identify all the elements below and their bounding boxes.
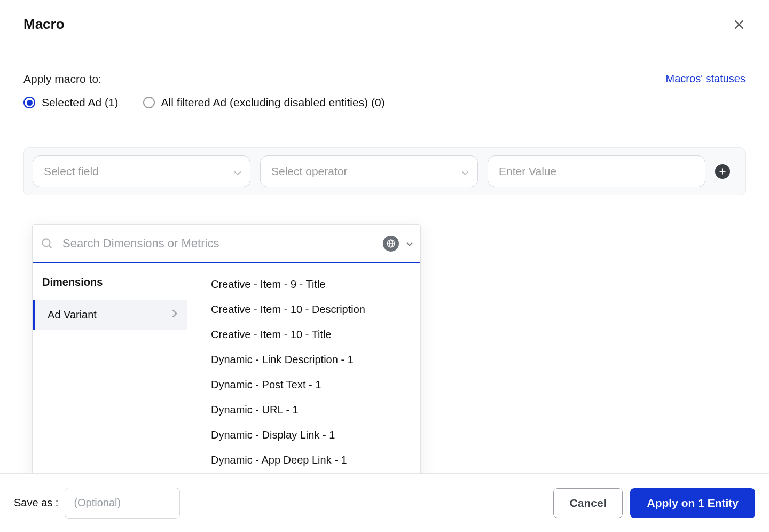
radio-row: Selected Ad (1) All filtered Ad (excludi… (23, 96, 385, 109)
footer-actions: Cancel Apply on 1 Entity (553, 488, 755, 518)
radio-selected-label: Selected Ad (1) (42, 96, 119, 109)
field-option[interactable]: Dynamic - Display Link - 1 (187, 423, 420, 448)
enter-value-placeholder: Enter Value (499, 165, 556, 178)
apply-macro-label: Apply macro to: (23, 73, 385, 85)
select-field-combo[interactable]: Select field (33, 155, 250, 187)
apply-button[interactable]: Apply on 1 Entity (630, 488, 755, 518)
macro-modal: Macro Apply macro to: Selected Ad (1) Al… (0, 0, 769, 532)
chevron-down-icon (406, 239, 413, 248)
field-option[interactable]: Dynamic - Post Text - 1 (187, 372, 420, 397)
enter-value-input[interactable]: Enter Value (488, 155, 705, 187)
chevron-right-icon (172, 309, 177, 320)
language-selector[interactable] (375, 233, 413, 254)
search-icon (40, 237, 54, 251)
category-label: Ad Variant (48, 309, 97, 321)
field-option[interactable]: Dynamic - Link Description - 1 (187, 347, 420, 372)
macros-statuses-link[interactable]: Macros' statuses (666, 73, 746, 85)
modal-footer: Save as : Cancel Apply on 1 Entity (0, 473, 769, 532)
radio-icon (143, 97, 155, 108)
rule-builder: Select field Select operator Enter Value (23, 147, 746, 195)
modal-title: Macro (23, 16, 65, 33)
cancel-button[interactable]: Cancel (553, 488, 623, 518)
save-as-label: Save as : (14, 497, 58, 509)
modal-body: Apply macro to: Selected Ad (1) All filt… (0, 48, 769, 195)
apply-row: Apply macro to: Selected Ad (1) All filt… (23, 73, 746, 109)
globe-icon (383, 236, 399, 252)
chevron-down-icon (461, 165, 469, 178)
chevron-down-icon (234, 165, 241, 178)
select-operator-placeholder: Select operator (271, 165, 347, 178)
add-rule-button[interactable] (715, 164, 730, 179)
field-option[interactable]: Dynamic - App Deep Link - 1 (187, 448, 420, 473)
dimensions-heading: Dimensions (33, 276, 187, 300)
field-option[interactable]: Creative - Item - 10 - Description (187, 297, 420, 322)
modal-header: Macro (0, 0, 769, 48)
popover-search-input[interactable] (61, 236, 367, 251)
svg-line-5 (49, 245, 51, 248)
close-icon[interactable] (733, 18, 746, 31)
select-field-placeholder: Select field (44, 165, 99, 178)
popover-search-row (33, 225, 420, 263)
field-option[interactable]: Creative - Item - 10 - Title (187, 322, 420, 347)
apply-left: Apply macro to: Selected Ad (1) All filt… (23, 73, 385, 109)
field-option[interactable]: Creative - Item - 9 - Title (187, 272, 420, 297)
save-as-row: Save as : (14, 488, 180, 519)
svg-point-4 (42, 239, 50, 246)
radio-filtered-label: All filtered Ad (excluding disabled enti… (161, 96, 385, 109)
save-as-input[interactable] (65, 488, 180, 519)
field-option[interactable]: Dynamic - URL - 1 (187, 397, 420, 423)
radio-selected-ad[interactable]: Selected Ad (1) (23, 96, 119, 109)
category-ad-variant[interactable]: Ad Variant (33, 300, 187, 330)
radio-filtered-ad[interactable]: All filtered Ad (excluding disabled enti… (143, 96, 385, 109)
radio-icon (23, 97, 35, 108)
select-operator-combo[interactable]: Select operator (260, 155, 478, 187)
